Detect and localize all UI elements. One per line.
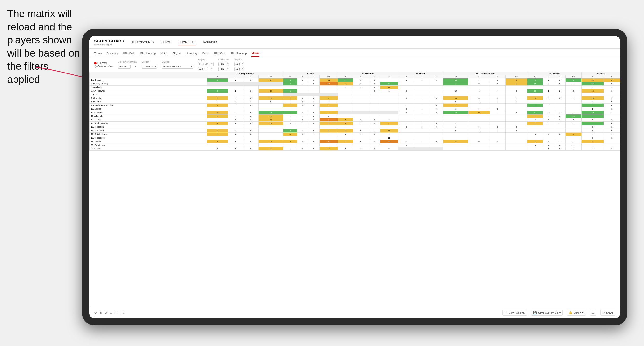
top-nav-items: TOURNAMENTS TEAMS COMMITTEE RANKINGS — [132, 39, 218, 45]
wlt-dy-w: W — [283, 75, 297, 78]
region-select[interactable]: East - DII — [198, 62, 214, 66]
annotation-text: The matrix will reload and the players s… — [7, 7, 82, 86]
table-row: 17. D Ballesteros 310 -201 1101 0207 01 — [90, 133, 620, 136]
sub-nav-h2h-heatmap-1[interactable]: H2H Heatmap — [139, 50, 156, 57]
col-header-name — [90, 72, 207, 78]
zoom-icon[interactable]: ⊞ — [114, 311, 117, 315]
player-name: 14. S Srichantamit — [90, 122, 207, 125]
table-row: 19. J Kanh 31019 400-20 1300-35 210 -120… — [90, 140, 620, 143]
filters-row: Full View Compact View Max players in vi… — [89, 58, 620, 72]
players-sub-select[interactable]: (All) — [234, 67, 244, 71]
player-name: 13. N Klug — [90, 118, 207, 122]
logo-scoreboard: SCOREBOARD — [94, 39, 124, 43]
max-players-select-wrapper: Top 25 — [118, 64, 137, 69]
division-select[interactable]: NCAA Division II — [162, 65, 193, 69]
table-row: 1. J Garcia 31027 301-11 400 111 10010 6… — [90, 78, 620, 82]
region-select-wrapper: East - DII — [198, 62, 214, 66]
undo-icon[interactable]: ↺ — [94, 311, 97, 315]
player-name: 6. A Dy — [90, 93, 207, 96]
bell-icon: 🔔 — [569, 311, 572, 315]
player-name: 1. J Garcia — [90, 78, 207, 82]
toolbar-right: 👁 View: Original 💾 Save Custom View 🔔 Wa… — [502, 310, 615, 316]
region-sub-select-wrapper: (All) — [198, 67, 214, 71]
watch-chevron-icon: ▾ — [582, 311, 584, 314]
wlt-woods-dif: Dif — [380, 75, 398, 78]
max-players-select[interactable]: Top 25 — [118, 65, 130, 69]
player-name: 21. O Stoll — [90, 147, 207, 151]
col-header-webb: 38. A Webb — [528, 72, 582, 75]
save-custom-view-button[interactable]: 💾 Save Custom View — [531, 310, 563, 316]
sub-nav-h2h-heatmap-2[interactable]: H2H Heatmap — [230, 50, 247, 57]
nav-committee[interactable]: COMMITTEE — [178, 39, 196, 45]
conference-sub-select-wrapper: (All) — [218, 67, 230, 71]
top-navigation: SCOREBOARD Powered by clippd TOURNAMENTS… — [89, 36, 620, 49]
clock-icon[interactable]: ⏱ — [122, 311, 126, 315]
wlt-stoll-l: L — [415, 75, 429, 78]
watch-button[interactable]: 🔔 Watch ▾ — [566, 310, 586, 316]
wlt-mulcahy-dif: Dif — [258, 75, 283, 78]
nav-teams[interactable]: TEAMS — [161, 39, 171, 45]
tablet-screen: SCOREBOARD Powered by clippd TOURNAMENTS… — [89, 36, 620, 318]
wlt-stoll-t: T — [429, 75, 443, 78]
conference-sub-select[interactable]: (All) — [218, 67, 228, 71]
full-view-option[interactable]: Full View — [94, 62, 113, 64]
col-header-stoll: 21. O Stoll — [398, 72, 443, 75]
conference-select-wrapper: (All) — [218, 62, 230, 66]
player-name: 9. A Maria Jimenez Rios — [90, 104, 207, 107]
compact-view-radio[interactable] — [94, 65, 96, 68]
wlt-woods-l: L — [353, 75, 369, 78]
player-name: 3. S Jelinek — [90, 86, 207, 89]
sub-nav-matrix-2[interactable]: Matrix — [252, 50, 259, 57]
sub-nav-matrix-1[interactable]: Matrix — [160, 50, 168, 57]
col-header-woods: 11. G Woods — [338, 72, 398, 75]
players-select[interactable]: (All) — [234, 62, 244, 66]
full-view-radio[interactable] — [94, 62, 96, 64]
col-header-za: 60. W Za — [581, 72, 620, 75]
player-name: 5. A Nomrowski — [90, 89, 207, 93]
wlt-woods-w: W — [338, 75, 353, 78]
refresh-icon[interactable]: ⟳ — [105, 311, 108, 315]
share-icon: ↗ — [602, 311, 605, 315]
nav-tournaments[interactable]: TOURNAMENTS — [132, 39, 154, 45]
sub-nav-teams[interactable]: Teams — [94, 50, 102, 57]
player-name: 18. H Hodgson — [90, 136, 207, 140]
sub-nav-detail[interactable]: Detail — [202, 50, 209, 57]
share-button[interactable]: ↗ Share — [600, 310, 615, 316]
sub-nav-summary-2[interactable]: Summary — [186, 50, 198, 57]
sub-nav-h2h-grid-1[interactable]: H2H Grid — [123, 50, 134, 57]
matrix-container[interactable]: 2. M Kelly Mulcahy 6. A Dy 11. G Woods 2… — [89, 72, 620, 307]
layout-button[interactable]: ⊞ — [590, 310, 596, 316]
view-original-button[interactable]: 👁 View: Original — [502, 310, 527, 316]
table-row: 14. S Srichantamit 31014 0105 1204 010 5… — [90, 122, 620, 125]
nav-rankings[interactable]: RANKINGS — [203, 39, 218, 45]
table-row: 2. M Kelly Mulcahy 07040 1010050 1040 45… — [90, 82, 620, 86]
gender-select[interactable]: Women's — [142, 65, 157, 69]
sub-nav-h2h-grid-2[interactable]: H2H Grid — [214, 50, 225, 57]
player-name: 19. J Kanh — [90, 140, 207, 143]
sub-nav-players[interactable]: Players — [172, 50, 182, 57]
wlt-schumac-w: W — [443, 75, 468, 78]
table-row: 5. A Nomrowski 310-11 1 01 0 14140 25120… — [90, 89, 620, 93]
wlt-dy-dif: Dif — [320, 75, 338, 78]
player-name: 7. O Mitchell — [90, 96, 207, 100]
table-row: 3. S Jelinek 02017 01 — [90, 86, 620, 89]
table-row: 10. L Perini 020 106 11 — [90, 107, 620, 111]
max-players-filter: Max players in view Top 25 — [118, 61, 137, 69]
matrix-table: 2. M Kelly Mulcahy 6. A Dy 11. G Woods 2… — [89, 72, 620, 151]
col-header-schumac: 23. L Marie Schumac — [443, 72, 528, 75]
wlt-schumac-l: L — [468, 75, 490, 78]
wlt-webb-w: W — [528, 75, 543, 78]
wlt-mulcahy-l: L — [228, 75, 243, 78]
view-options: Full View Compact View — [94, 62, 113, 68]
wlt-za-w: W — [581, 75, 604, 78]
wlt-webb-t: T — [554, 75, 565, 78]
redo-icon[interactable]: ↻ — [100, 311, 102, 315]
search-icon[interactable]: ⌕ — [110, 311, 112, 315]
compact-view-option[interactable]: Compact View — [94, 65, 113, 68]
sub-navigation: Teams Summary H2H Grid H2H Heatmap Matri… — [89, 49, 620, 58]
table-row: 7. O Mitchell 30018 2202 120 -4010 4040 … — [90, 96, 620, 100]
region-sub-select[interactable]: (All) — [198, 67, 208, 71]
sub-nav-summary-1[interactable]: Summary — [107, 50, 118, 57]
conference-select[interactable]: (All) — [218, 62, 228, 66]
player-name: 15. H Stranda — [90, 125, 207, 129]
